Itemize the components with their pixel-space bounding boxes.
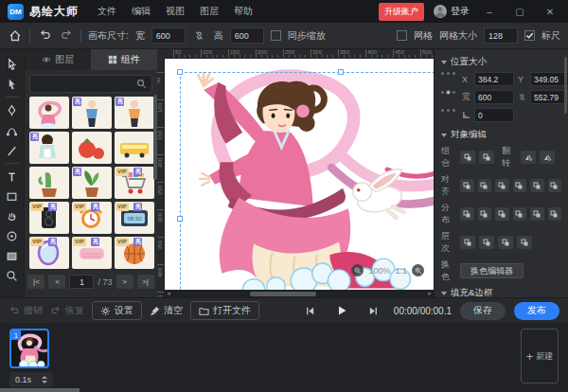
- scroll-thumb[interactable]: [250, 292, 316, 296]
- component-tile-woman-kneel[interactable]: 亮: [29, 132, 69, 164]
- width-input[interactable]: [474, 90, 514, 104]
- edit-button[interactable]: [460, 236, 475, 249]
- rotation-input[interactable]: [474, 108, 514, 122]
- login-button[interactable]: 登录: [434, 5, 470, 18]
- tool-text[interactable]: [3, 168, 22, 186]
- page-next-button[interactable]: >: [116, 275, 133, 289]
- scroll-right-icon[interactable]: ►: [426, 290, 434, 297]
- edit-button[interactable]: [478, 207, 492, 221]
- tool-rect[interactable]: [3, 187, 22, 205]
- edit-button[interactable]: [530, 179, 544, 192]
- link-broken-icon[interactable]: [518, 93, 526, 101]
- grid-checkbox[interactable]: [397, 30, 407, 41]
- y-input[interactable]: [530, 72, 568, 86]
- save-button[interactable]: 保存: [460, 302, 506, 320]
- edit-button[interactable]: [479, 236, 494, 249]
- edit-button[interactable]: [548, 207, 562, 221]
- edit-button[interactable]: [498, 236, 513, 249]
- flip-button[interactable]: [540, 151, 555, 164]
- sync-zoom-checkbox[interactable]: [271, 30, 281, 41]
- component-tile-cactus[interactable]: [29, 167, 69, 199]
- close-button[interactable]: ✕: [540, 7, 560, 17]
- clear-button[interactable]: 清空: [150, 304, 183, 317]
- component-tile-dancer[interactable]: [29, 97, 69, 129]
- upgrade-account-button[interactable]: 升级账户: [379, 3, 424, 21]
- menu-帮助[interactable]: 帮助: [226, 5, 260, 18]
- component-tile-cart[interactable]: VIP亮: [115, 167, 154, 199]
- tab-组件[interactable]: 组件: [91, 49, 157, 70]
- new-frame-button[interactable]: + 新建: [521, 329, 559, 383]
- tool-select-filled[interactable]: [3, 75, 22, 93]
- zoom-out-icon[interactable]: [351, 264, 364, 276]
- tool-gradient[interactable]: [3, 247, 22, 265]
- selection-handle[interactable]: [177, 69, 183, 75]
- component-tile-basketball[interactable]: VIP亮: [115, 237, 154, 269]
- zoom-in-icon[interactable]: [412, 264, 424, 276]
- page-number-input[interactable]: [69, 275, 94, 289]
- selection-handle[interactable]: [177, 216, 183, 222]
- component-tile-radio[interactable]: 08:30VIP亮: [115, 202, 154, 234]
- redo-button[interactable]: 恢复: [50, 304, 84, 317]
- canvas-area[interactable]: 50100150200250300350400450500 5010015020…: [157, 49, 434, 297]
- component-tile-mirror[interactable]: VIP亮: [29, 237, 69, 269]
- frame-thumbnail[interactable]: 1: [9, 329, 49, 368]
- component-tile-man-orange[interactable]: 亮: [115, 97, 154, 129]
- page-first-button[interactable]: |<: [27, 275, 44, 289]
- link-broken-icon[interactable]: [192, 28, 207, 44]
- edit-button[interactable]: [530, 207, 544, 221]
- tool-hand[interactable]: [3, 207, 22, 225]
- x-input[interactable]: [474, 72, 514, 86]
- tool-bezier[interactable]: [3, 121, 22, 139]
- search-input[interactable]: [35, 80, 136, 89]
- canvas-hscrollbar[interactable]: ◄ ►: [165, 290, 434, 297]
- edit-button[interactable]: [495, 207, 509, 221]
- prev-frame-icon[interactable]: [305, 306, 315, 316]
- home-icon[interactable]: [8, 28, 23, 44]
- page-last-button[interactable]: >|: [137, 275, 154, 289]
- duration-stepper[interactable]: [42, 376, 47, 383]
- section-object-edit[interactable]: 对象编辑: [441, 129, 561, 141]
- canvas-width-input[interactable]: [151, 27, 186, 44]
- menu-编辑[interactable]: 编辑: [124, 5, 158, 18]
- edit-button[interactable]: [495, 179, 509, 192]
- edit-button[interactable]: [513, 207, 527, 221]
- tool-select-outline[interactable]: [3, 55, 22, 73]
- selection-handle[interactable]: [338, 69, 344, 75]
- menu-视图[interactable]: 视图: [158, 5, 192, 18]
- artboard[interactable]: 100% 1:1: [165, 59, 434, 290]
- tab-图层[interactable]: 图层: [25, 49, 91, 70]
- component-search[interactable]: [29, 75, 152, 93]
- play-icon[interactable]: [336, 305, 347, 316]
- maximize-button[interactable]: ▢: [509, 7, 530, 17]
- redo-icon[interactable]: [59, 28, 74, 44]
- tool-zoom[interactable]: [3, 267, 22, 285]
- ruler-checkbox[interactable]: [524, 30, 535, 41]
- edit-button[interactable]: [513, 179, 527, 192]
- menu-文件[interactable]: 文件: [90, 5, 124, 18]
- timeline-scrollbar[interactable]: [0, 388, 80, 392]
- component-tile-plant[interactable]: 亮: [72, 167, 112, 199]
- tool-pen[interactable]: [3, 101, 22, 119]
- open-file-button[interactable]: 打开文件: [190, 301, 259, 320]
- edit-button[interactable]: [548, 179, 562, 192]
- undo-button[interactable]: 撤销: [9, 304, 43, 317]
- settings-button[interactable]: 设置: [92, 301, 142, 320]
- anchor-grid[interactable]: [441, 72, 456, 126]
- edit-button[interactable]: [460, 151, 475, 164]
- minimize-button[interactable]: –: [479, 7, 500, 17]
- section-position[interactable]: 位置大小: [441, 56, 561, 68]
- scroll-left-icon[interactable]: ◄: [165, 290, 172, 297]
- component-tile-towel[interactable]: VIP亮: [72, 237, 112, 269]
- grid-size-input[interactable]: [484, 27, 518, 44]
- edit-button[interactable]: [460, 207, 474, 221]
- publish-button[interactable]: 发布: [514, 302, 559, 320]
- edit-button[interactable]: [478, 179, 492, 192]
- component-tile-man-blue[interactable]: 亮: [72, 97, 112, 129]
- component-tile-bus[interactable]: [115, 132, 154, 164]
- selection-box[interactable]: [180, 72, 434, 290]
- edit-button[interactable]: [517, 236, 532, 249]
- component-tile-tomato[interactable]: [72, 132, 112, 164]
- flip-button[interactable]: [521, 151, 536, 164]
- panel-scrollbar[interactable]: [564, 57, 567, 114]
- zoom-ratio[interactable]: 1:1: [395, 266, 407, 276]
